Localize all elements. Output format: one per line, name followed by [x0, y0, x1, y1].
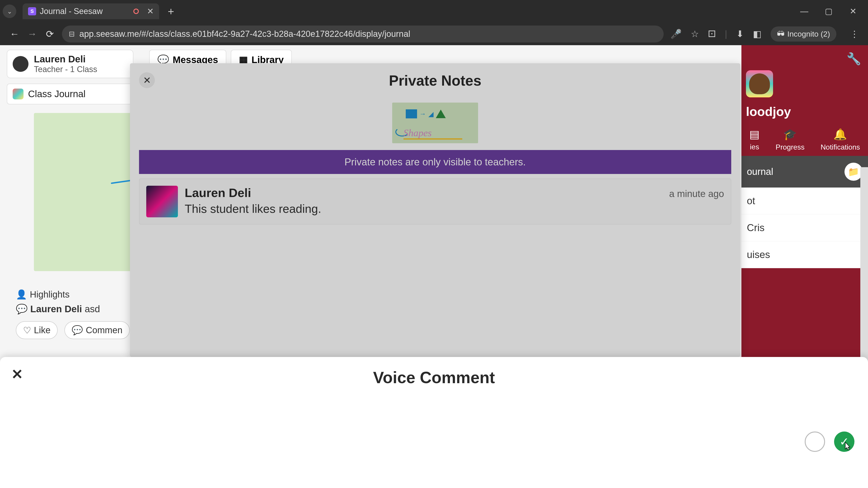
like-button[interactable]: ♡ Like — [16, 321, 58, 339]
comment-icon: 💬 — [72, 325, 83, 335]
incognito-icon: 🕶 — [777, 30, 784, 38]
browser-chrome: ⌄ S Journal - Seesaw ✕ + — ▢ ✕ ← → ⟳ ⊟ a… — [0, 0, 868, 45]
heart-icon: ♡ — [23, 325, 31, 335]
forward-button[interactable]: → — [27, 29, 37, 39]
highlights-icon: 👤 — [16, 289, 27, 300]
incognito-label: Incognito (2) — [787, 30, 830, 38]
folder-button[interactable]: 📁 — [844, 163, 863, 181]
right-nav: ▤ ies 🎓 Progress 🔔 Notifications — [741, 128, 868, 151]
sheet-close-button[interactable]: ✕ — [11, 366, 23, 383]
list-item[interactable]: uises — [741, 241, 868, 268]
list-item[interactable]: Cris — [741, 215, 868, 241]
private-notes-modal: ✕ Private Notes → ◢ Shapes Private notes… — [130, 63, 740, 357]
incognito-indicator[interactable]: 🕶 Incognito (2) — [771, 26, 836, 41]
note-author: Lauren Deli — [185, 186, 251, 200]
address-bar[interactable]: ⊟ app.seesaw.me/#/class/class.e01bf4c2-9… — [62, 26, 664, 42]
note-text: This student likes reading. — [185, 202, 724, 216]
tab-strip: ⌄ S Journal - Seesaw ✕ + — ▢ ✕ — [0, 0, 868, 23]
close-icon: ✕ — [143, 75, 151, 86]
highlights-label: Highlights — [30, 289, 70, 300]
progress-icon: 🎓 — [783, 128, 797, 141]
new-tab-button[interactable]: + — [168, 5, 174, 18]
record-button[interactable] — [805, 431, 825, 452]
class-avatar[interactable] — [746, 70, 773, 97]
triangle-icon — [436, 109, 446, 118]
modal-close-button[interactable]: ✕ — [139, 72, 155, 88]
modal-title: Private Notes — [130, 72, 740, 89]
student-list: ot Cris uises — [741, 188, 868, 268]
tab-title: Journal - Seesaw — [40, 6, 103, 16]
square-icon — [406, 109, 417, 119]
post-actions: ♡ Like 💬 Commen — [16, 321, 130, 339]
user-role: Teacher - 1 Class — [34, 65, 97, 74]
like-label: Like — [34, 325, 51, 335]
nav-notifications[interactable]: 🔔 Notifications — [820, 128, 860, 151]
user-name: Lauren Deli — [34, 54, 97, 65]
confirm-button[interactable]: ✓ — [834, 431, 855, 452]
progress-label: Progress — [776, 143, 804, 151]
seesaw-favicon: S — [28, 7, 36, 15]
tab-search-dropdown[interactable]: ⌄ — [3, 4, 16, 18]
folder-icon: 📁 — [848, 166, 859, 177]
browser-tab[interactable]: S Journal - Seesaw ✕ — [23, 3, 159, 19]
post-meta: 👤 Highlights 💬 Lauren Deli asd ♡ Like 💬 … — [16, 289, 130, 339]
bell-icon: 🔔 — [833, 128, 847, 141]
comment-button[interactable]: 💬 Commen — [64, 321, 129, 339]
sheet-controls: ✓ — [805, 431, 855, 452]
activity-thumbnail[interactable]: → ◢ Shapes — [392, 103, 478, 143]
nav-activities[interactable]: ▤ ies — [749, 128, 760, 151]
info-banner: Private notes are only visible to teache… — [139, 150, 731, 174]
comment-text: asd — [85, 304, 100, 315]
left-sidebar: Lauren Deli Teacher - 1 Class Class Jour… — [7, 50, 133, 104]
arrow-icon: → — [419, 110, 426, 118]
activities-icon: ▤ — [749, 128, 760, 140]
list-item[interactable]: ot — [741, 188, 868, 215]
note-timestamp: a minute ago — [669, 188, 724, 199]
modal-header: ✕ Private Notes — [130, 63, 740, 98]
settings-wrench-icon[interactable]: 🔧 — [846, 52, 861, 66]
thumbnail-label: Shapes — [403, 127, 432, 139]
app-viewport: Lauren Deli Teacher - 1 Class Class Jour… — [0, 45, 868, 488]
window-controls: — ▢ ✕ — [799, 6, 865, 16]
nav-progress[interactable]: 🎓 Progress — [776, 128, 804, 151]
downloads-icon[interactable]: ⬇ — [736, 29, 744, 39]
close-icon: ✕ — [11, 366, 23, 382]
sidepanel-icon[interactable]: ◧ — [753, 29, 762, 39]
class-icon — [13, 89, 24, 99]
chevron-down-icon: ⌄ — [7, 8, 12, 15]
maximize-icon[interactable]: ▢ — [823, 6, 834, 16]
comment-label: Commen — [86, 325, 122, 335]
recording-icon — [133, 8, 139, 14]
reload-button[interactable]: ⟳ — [44, 29, 55, 39]
notifications-label: Notifications — [820, 143, 860, 151]
voice-comment-sheet: ✕ Voice Comment ✓ — [0, 357, 868, 488]
bookmark-icon[interactable]: ☆ — [691, 29, 699, 39]
minimize-icon[interactable]: — — [799, 6, 810, 16]
note-avatar — [146, 186, 178, 217]
divider: | — [725, 29, 727, 39]
toolbar: ← → ⟳ ⊟ app.seesaw.me/#/class/class.e01b… — [0, 23, 868, 45]
check-icon: ✓ — [839, 435, 849, 448]
note-card: Lauren Deli a minute ago This student li… — [139, 178, 731, 225]
mic-icon[interactable]: 🎤 — [671, 29, 682, 39]
comment-bubble-icon: 💬 — [16, 303, 28, 315]
avatar — [13, 56, 29, 72]
class-journal-selector[interactable]: Class Journal — [7, 84, 133, 104]
close-window-icon[interactable]: ✕ — [848, 6, 859, 16]
browser-menu-icon[interactable]: ⋮ — [850, 29, 859, 39]
user-card[interactable]: Lauren Deli Teacher - 1 Class — [7, 50, 133, 78]
extensions-icon[interactable]: ⚀ — [708, 29, 716, 39]
activities-label: ies — [750, 143, 759, 151]
sheet-title: Voice Comment — [0, 357, 868, 387]
comment-preview: 💬 Lauren Deli asd — [16, 303, 130, 315]
back-button[interactable]: ← — [9, 29, 20, 39]
class-journal-label: Class Journal — [28, 89, 86, 99]
comment-author: Lauren Deli — [30, 304, 82, 315]
journal-header-row[interactable]: ournal 📁 — [741, 156, 868, 188]
url-text: app.seesaw.me/#/class/class.e01bf4c2-9a2… — [79, 29, 410, 39]
site-settings-icon[interactable]: ⊟ — [69, 30, 75, 38]
highlights-row[interactable]: 👤 Highlights — [16, 289, 130, 300]
class-name: loodjoy — [746, 104, 868, 119]
close-tab-icon[interactable]: ✕ — [147, 6, 154, 16]
toolbar-actions: 🎤 ☆ ⚀ | ⬇ ◧ 🕶 Incognito (2) ⋮ — [671, 26, 859, 41]
